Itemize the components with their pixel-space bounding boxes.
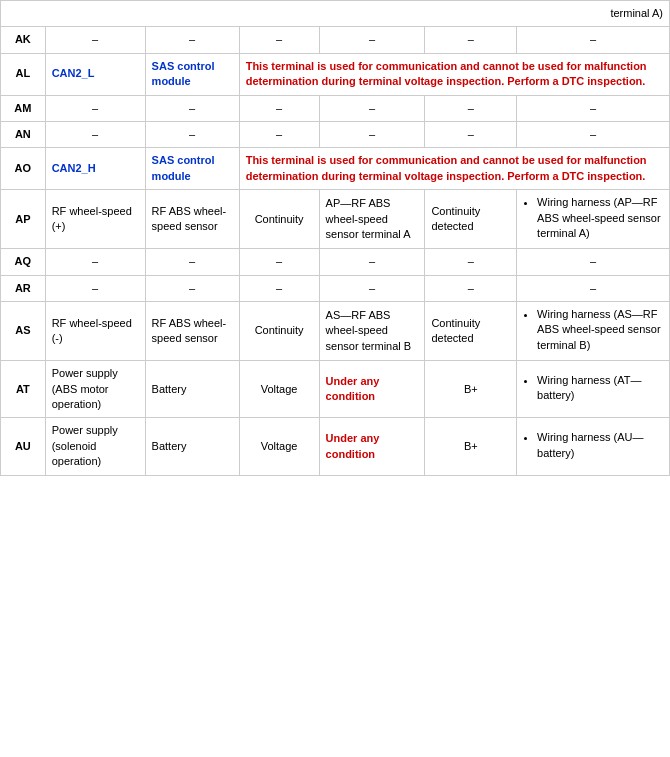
connect: RF ABS wheel-speed sensor bbox=[145, 302, 239, 361]
signal: – bbox=[45, 275, 145, 301]
result: Continuity detected bbox=[425, 302, 517, 361]
signal: RF wheel-speed (-) bbox=[45, 302, 145, 361]
terminal-id: AP bbox=[1, 190, 46, 249]
trouble: – bbox=[517, 275, 670, 301]
table-row: AQ – – – – – – bbox=[1, 249, 670, 275]
table-row: AK – – – – – – bbox=[1, 27, 670, 53]
connect: RF ABS wheel-speed sensor bbox=[145, 190, 239, 249]
table-row: AS RF wheel-speed (-) RF ABS wheel-speed… bbox=[1, 302, 670, 361]
inspect: – bbox=[239, 121, 319, 147]
table-row: AN – – – – – – bbox=[1, 121, 670, 147]
result: – bbox=[425, 27, 517, 53]
result: B+ bbox=[425, 418, 517, 475]
table-row: AT Power supply (ABS motor operation) Ba… bbox=[1, 361, 670, 418]
trouble: Wiring harness (AT—battery) bbox=[517, 361, 670, 418]
trouble: Wiring harness (AP—RF ABS wheel-speed se… bbox=[517, 190, 670, 249]
condition: – bbox=[319, 95, 425, 121]
table-row: AU Power supply (solenoid operation) Bat… bbox=[1, 418, 670, 475]
signal: CAN2_H bbox=[45, 148, 145, 190]
connect: – bbox=[145, 95, 239, 121]
table-row: AR – – – – – – bbox=[1, 275, 670, 301]
result: – bbox=[425, 275, 517, 301]
connect: – bbox=[145, 121, 239, 147]
inspect: Voltage bbox=[239, 361, 319, 418]
table-row: AM – – – – – – bbox=[1, 95, 670, 121]
terminal-id: AN bbox=[1, 121, 46, 147]
condition: Under any condition bbox=[319, 361, 425, 418]
communication-note: This terminal is used for communication … bbox=[239, 148, 669, 190]
table-row: AO CAN2_H SAS control module This termin… bbox=[1, 148, 670, 190]
signal: – bbox=[45, 27, 145, 53]
trouble: Wiring harness (AS—RF ABS wheel-speed se… bbox=[517, 302, 670, 361]
connect: – bbox=[145, 249, 239, 275]
terminal-id: AT bbox=[1, 361, 46, 418]
condition: – bbox=[319, 249, 425, 275]
condition: AP—RF ABS wheel-speed sensor terminal A bbox=[319, 190, 425, 249]
terminal-id: AQ bbox=[1, 249, 46, 275]
terminal-id: AK bbox=[1, 27, 46, 53]
signal: Power supply (ABS motor operation) bbox=[45, 361, 145, 418]
condition: – bbox=[319, 121, 425, 147]
connect: Battery bbox=[145, 418, 239, 475]
result: – bbox=[425, 121, 517, 147]
signal: – bbox=[45, 95, 145, 121]
terminal-id: AL bbox=[1, 53, 46, 95]
trouble: – bbox=[517, 121, 670, 147]
connect: – bbox=[145, 27, 239, 53]
signal: – bbox=[45, 249, 145, 275]
communication-note: This terminal is used for communication … bbox=[239, 53, 669, 95]
table-row: AL CAN2_L SAS control module This termin… bbox=[1, 53, 670, 95]
table-row: AP RF wheel-speed (+) RF ABS wheel-speed… bbox=[1, 190, 670, 249]
signal: CAN2_L bbox=[45, 53, 145, 95]
signal: RF wheel-speed (+) bbox=[45, 190, 145, 249]
condition: – bbox=[319, 27, 425, 53]
trouble: – bbox=[517, 249, 670, 275]
header-note: terminal A) bbox=[1, 1, 670, 27]
terminal-id: AS bbox=[1, 302, 46, 361]
connect: – bbox=[145, 275, 239, 301]
trouble: – bbox=[517, 27, 670, 53]
inspect: – bbox=[239, 27, 319, 53]
result: – bbox=[425, 95, 517, 121]
inspect: Continuity bbox=[239, 302, 319, 361]
connect: SAS control module bbox=[145, 53, 239, 95]
trouble: Wiring harness (AU—battery) bbox=[517, 418, 670, 475]
inspect: – bbox=[239, 249, 319, 275]
terminal-id: AU bbox=[1, 418, 46, 475]
condition: AS—RF ABS wheel-speed sensor terminal B bbox=[319, 302, 425, 361]
inspect: – bbox=[239, 95, 319, 121]
terminal-id: AO bbox=[1, 148, 46, 190]
terminal-id: AM bbox=[1, 95, 46, 121]
trouble: – bbox=[517, 95, 670, 121]
inspect: Continuity bbox=[239, 190, 319, 249]
connect: Battery bbox=[145, 361, 239, 418]
condition: – bbox=[319, 275, 425, 301]
inspect: – bbox=[239, 275, 319, 301]
connect: SAS control module bbox=[145, 148, 239, 190]
signal: Power supply (solenoid operation) bbox=[45, 418, 145, 475]
inspect: Voltage bbox=[239, 418, 319, 475]
result: Continuity detected bbox=[425, 190, 517, 249]
result: B+ bbox=[425, 361, 517, 418]
terminal-id: AR bbox=[1, 275, 46, 301]
condition: Under any condition bbox=[319, 418, 425, 475]
result: – bbox=[425, 249, 517, 275]
signal: – bbox=[45, 121, 145, 147]
